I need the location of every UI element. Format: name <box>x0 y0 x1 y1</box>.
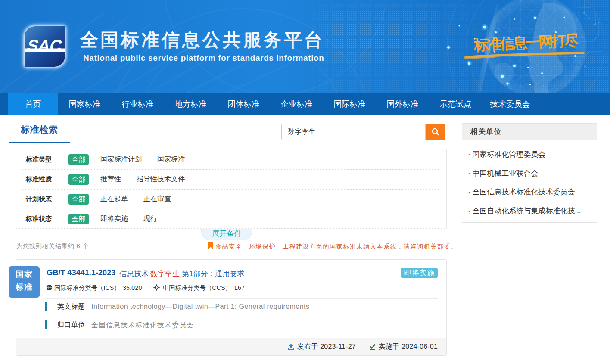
svg-text:National public service platfo: National public service platform for sta… <box>83 53 324 62</box>
svg-text:SAC: SAC <box>25 37 64 55</box>
svg-text:全国标准信息公共服务平台: 全国标准信息公共服务平台 <box>80 30 325 50</box>
